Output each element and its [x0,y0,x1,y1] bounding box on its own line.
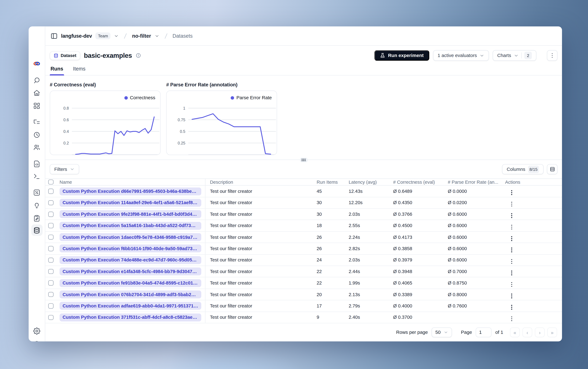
column-header-description[interactable]: Description [205,179,317,185]
resize-grip-handle[interactable] [300,158,307,162]
table-row[interactable]: Custom Python Execution 114aa9ef-29e6-4e… [45,197,562,209]
row-actions-menu[interactable] [509,303,514,311]
project-name[interactable]: no-filter [132,33,151,39]
rows-per-page-select[interactable]: 50 [431,327,452,337]
columns-button[interactable]: Columns 8/15 [502,164,544,174]
run-name-link[interactable]: Custom Python Execution 076b2704-341d-48… [60,290,201,298]
row-checkbox[interactable] [48,235,53,240]
table-row[interactable]: Custom Python Execution 5a15a616-1bab-44… [45,220,562,232]
column-header-name[interactable]: Name [57,179,205,185]
more-actions-kebab-button[interactable] [547,50,558,61]
org-name[interactable]: langfuse-dev [61,33,92,39]
run-name-link[interactable]: Custom Python Execution 1daec0f9-5e78-43… [60,233,201,241]
section-name[interactable]: Datasets [173,33,193,39]
insights-lightbulb-icon[interactable] [33,201,40,209]
column-header-latency[interactable]: Latency (avg) [349,179,393,185]
evaluators-icon[interactable] [33,189,40,196]
row-checkbox[interactable] [48,292,53,297]
row-actions-menu[interactable] [509,280,514,288]
tab-runs[interactable]: Runs [50,63,64,75]
row-actions-menu[interactable] [509,269,514,277]
page-number-input[interactable] [476,327,491,337]
table-row[interactable]: Custom Python Execution 076b2704-341d-48… [45,289,562,300]
users-icon[interactable] [33,143,40,151]
row-checkbox[interactable] [48,315,53,320]
row-actions-menu[interactable] [509,292,514,300]
run-name-link[interactable]: Custom Python Execution 74de488e-ec9d-47… [60,256,201,264]
row-height-button[interactable] [547,164,558,174]
table-row[interactable]: Custom Python Execution f6bb1614-1f90-40… [45,243,562,255]
run-items-count: 22 [317,269,349,274]
run-experiment-button[interactable]: Run experiment [374,50,429,61]
first-page-button[interactable]: « [510,327,520,337]
run-name-link[interactable]: Custom Python Execution d66e7991-8595-45… [60,187,201,195]
run-parse-error-rate: Ø 0.8750 [448,280,503,286]
prev-page-button[interactable]: ‹ [522,327,532,337]
select-all-checkbox[interactable] [48,179,53,184]
run-name-link[interactable]: Custom Python Execution adfae619-abb0-4d… [60,302,201,310]
table-row[interactable]: Custom Python Execution fe91b83e-04a5-47… [45,277,562,289]
table-row[interactable]: Custom Python Execution 74de488e-ec9d-47… [45,255,562,266]
row-checkbox[interactable] [48,257,53,263]
row-actions-menu[interactable] [509,189,514,196]
run-name-link[interactable]: Custom Python Execution fe91b83e-04a5-47… [60,279,201,287]
tab-items[interactable]: Items [72,63,86,75]
datasets-icon[interactable] [31,225,42,236]
row-checkbox[interactable] [48,200,53,205]
sessions-clock-icon[interactable] [33,131,40,138]
row-actions-menu[interactable] [509,315,514,323]
run-name-link[interactable]: Custom Python Execution 114aa9ef-29e6-4e… [60,199,201,207]
run-items-count: 24 [317,257,349,263]
home-icon[interactable] [33,89,40,97]
dashboard-icon[interactable] [33,102,40,109]
row-checkbox[interactable] [48,246,53,251]
project-chevron-down-icon[interactable] [154,33,159,38]
playground-terminal-icon[interactable] [33,172,40,180]
tracing-icon[interactable] [33,118,40,126]
annotation-clipboard-icon[interactable] [33,214,40,222]
row-actions-menu[interactable] [509,257,514,265]
support-lifebuoy-icon[interactable] [33,340,40,341]
chart-title: # Parse Error Rate (annotation) [166,82,277,87]
charts-dropdown[interactable]: Charts 2 [493,50,536,61]
run-description: Test our filter creator [205,223,317,228]
run-name-link[interactable]: Custom Python Execution 5a15a616-1bab-44… [60,222,201,230]
table-row[interactable]: Custom Python Execution 9fe23f98-881e-44… [45,209,562,220]
run-name-link[interactable]: Custom Python Execution f6bb1614-1f90-40… [60,245,201,253]
table-row[interactable]: Custom Python Execution 371f531c-abff-4d… [45,312,562,323]
row-actions-menu[interactable] [509,223,514,231]
row-actions-menu[interactable] [509,200,514,208]
filters-button[interactable]: Filters [50,164,79,174]
row-checkbox[interactable] [48,189,53,194]
org-chevron-down-icon[interactable] [114,33,119,38]
sidebar-toggle-icon[interactable] [50,32,58,39]
run-items-count: 30 [317,212,349,217]
langfuse-logo-icon[interactable] [33,60,40,67]
table-row[interactable]: Custom Python Execution 1daec0f9-5e78-43… [45,232,562,243]
row-checkbox[interactable] [48,212,53,217]
row-actions-menu[interactable] [509,235,514,242]
column-header-run-items[interactable]: Run Items [317,179,349,185]
table-row[interactable]: Custom Python Execution d66e7991-8595-45… [45,186,562,197]
evaluators-dropdown[interactable]: 1 active evaluators [433,50,489,61]
next-page-button[interactable]: › [535,327,545,337]
row-checkbox[interactable] [48,303,53,308]
row-checkbox[interactable] [48,269,53,274]
row-checkbox[interactable] [48,280,53,286]
row-checkbox[interactable] [48,223,53,228]
row-actions-menu[interactable] [509,246,514,254]
table-row[interactable]: Custom Python Execution e14fa348-5cfc-49… [45,266,562,277]
database-icon [53,53,58,58]
run-name-link[interactable]: Custom Python Execution e14fa348-5cfc-49… [60,267,201,276]
column-header-parse-error-rate[interactable]: # Parse Error Rate (an... [448,179,503,185]
search-icon[interactable] [33,77,40,84]
info-icon[interactable] [136,53,141,58]
row-actions-menu[interactable] [509,212,514,219]
last-page-button[interactable]: » [547,327,557,337]
table-row[interactable]: Custom Python Execution adfae619-abb0-4d… [45,300,562,312]
prompts-icon[interactable] [33,160,40,168]
column-header-correctness[interactable]: # Correctness (eval) [393,179,448,185]
run-name-link[interactable]: Custom Python Execution 371f531c-abff-4d… [60,313,201,321]
run-name-link[interactable]: Custom Python Execution 9fe23f98-881e-44… [60,210,201,218]
settings-gear-icon[interactable] [33,327,40,335]
